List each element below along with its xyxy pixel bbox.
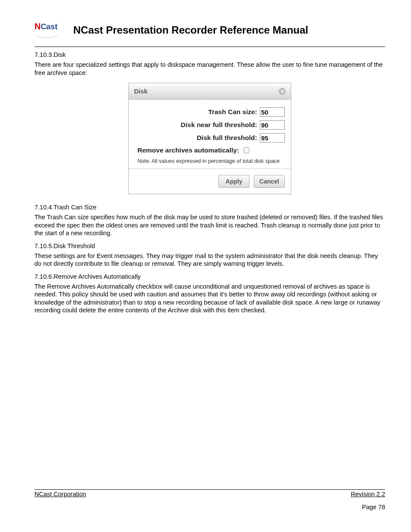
disk-full-input[interactable]: [260, 133, 285, 143]
ncast-logo: NCast: [34, 22, 60, 39]
trash-can-size-label: Trash Can size:: [208, 108, 257, 116]
section-number: 7.10.5.: [34, 243, 53, 249]
footer-line: NCast Corporation Revision 2.2: [34, 489, 385, 498]
section-number: 7.10.4.: [34, 204, 53, 211]
section-heading-remove-archives: 7.10.6.Remove Archives Automatically: [34, 273, 385, 280]
remove-archives-checkbox[interactable]: [243, 147, 249, 153]
section-paragraph: These settings are for Event messages. T…: [34, 252, 385, 268]
section-title: Remove Archives Automatically: [53, 273, 140, 280]
dialog-titlebar: Disk ✕: [129, 83, 291, 100]
disk-dialog: Disk ✕ Trash Can size: Disk near full th…: [128, 83, 291, 194]
section-title: Disk: [53, 51, 65, 58]
cancel-button[interactable]: Cancel: [254, 175, 285, 188]
logo-rest: Cast: [40, 22, 57, 31]
section-paragraph: The Trash Can size specifies how much of…: [34, 213, 385, 237]
section-heading-disk-threshold: 7.10.5.Disk Threshold: [34, 243, 385, 249]
disk-near-full-input[interactable]: [260, 120, 285, 130]
header-rule: [34, 47, 385, 47]
apply-button[interactable]: Apply: [218, 175, 249, 188]
section-paragraph: There are four specialized settings that…: [34, 61, 385, 77]
close-icon[interactable]: ✕: [279, 88, 286, 95]
section-heading-disk: 7.10.3.Disk: [34, 51, 385, 58]
section-title: Trash Can Size: [53, 204, 96, 211]
disk-near-full-label: Disk near full threshold:: [181, 121, 257, 129]
footer-revision: Revision 2.2: [351, 491, 385, 498]
trash-can-size-input[interactable]: [260, 107, 285, 117]
document-title: NCast Presentation Recorder Reference Ma…: [73, 24, 308, 36]
dialog-note: Note: All values expressed in percentage…: [137, 158, 285, 164]
footer-company: NCast Corporation: [34, 491, 86, 498]
section-paragraph: The Remove Archives Automatically checkb…: [34, 283, 385, 314]
section-number: 7.10.3.: [34, 51, 53, 58]
section-number: 7.10.6.: [34, 273, 53, 280]
section-heading-trash-can-size: 7.10.4.Trash Can Size: [34, 204, 385, 211]
disk-full-label: Disk full threshold:: [197, 134, 257, 142]
page-number: Page 78: [34, 504, 385, 510]
dialog-title: Disk: [134, 87, 148, 95]
section-title: Disk Threshold: [53, 243, 95, 249]
logo-letter-n: N: [34, 22, 40, 31]
remove-archives-label: Remove archives automatically:: [137, 146, 239, 154]
